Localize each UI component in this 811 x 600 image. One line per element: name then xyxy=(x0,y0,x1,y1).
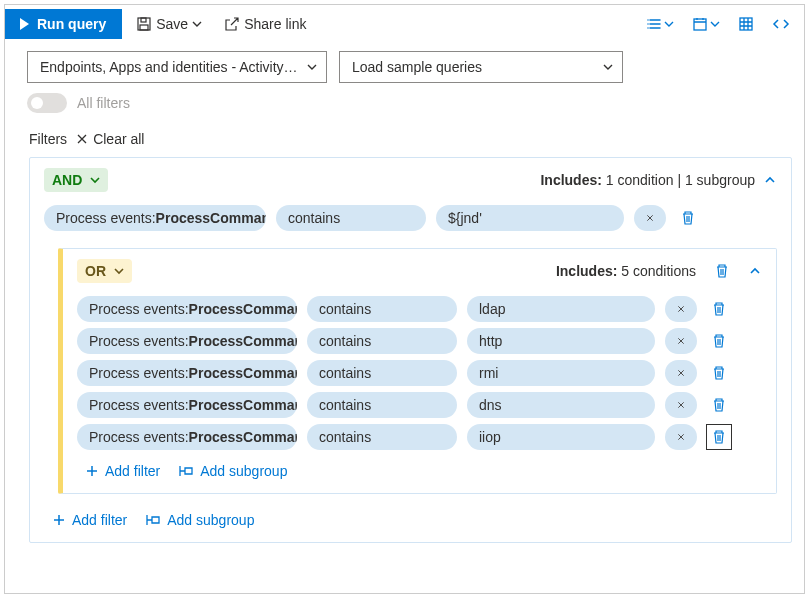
remove-filter-button[interactable] xyxy=(665,392,697,418)
subgroup-actions: Add filter Add subgroup xyxy=(77,453,762,479)
includes-summary: Includes: 1 condition | 1 subgroup xyxy=(540,172,755,188)
calendar-icon xyxy=(692,16,708,32)
plus-icon xyxy=(52,513,66,527)
field-pill[interactable]: Process events: ProcessComman… xyxy=(77,360,297,386)
plus-icon xyxy=(85,464,99,478)
add-filter-link[interactable]: Add filter xyxy=(85,463,160,479)
value-pill[interactable]: dns xyxy=(467,392,655,418)
trash-icon xyxy=(714,263,730,279)
chevron-down-icon xyxy=(664,19,674,29)
schema-button[interactable] xyxy=(732,12,760,36)
save-button[interactable]: Save xyxy=(128,10,210,38)
logic-and-select[interactable]: AND xyxy=(44,168,108,192)
svg-rect-3 xyxy=(694,19,706,30)
trash-icon xyxy=(711,429,727,445)
play-icon xyxy=(17,17,31,31)
close-icon xyxy=(677,399,685,411)
close-icon xyxy=(677,335,685,347)
delete-filter-button[interactable] xyxy=(707,425,731,449)
close-icon xyxy=(646,212,654,224)
remove-filter-button[interactable] xyxy=(634,205,666,231)
trash-icon xyxy=(680,210,696,226)
trash-icon xyxy=(711,365,727,381)
date-range-button[interactable] xyxy=(686,12,726,36)
delete-filter-button[interactable] xyxy=(707,297,731,321)
value-pill[interactable]: ldap xyxy=(467,296,655,322)
close-icon xyxy=(677,367,685,379)
clear-all-label: Clear all xyxy=(93,131,144,147)
add-subgroup-link[interactable]: Add subgroup xyxy=(178,463,287,479)
scope-select-value: Endpoints, Apps and identities - Activit… xyxy=(40,59,298,75)
value-pill[interactable]: ${jnd' xyxy=(436,205,624,231)
svg-rect-2 xyxy=(140,25,148,30)
delete-filter-button[interactable] xyxy=(676,206,700,230)
value-pill[interactable]: iiop xyxy=(467,424,655,450)
close-icon xyxy=(677,303,685,315)
sample-queries-value: Load sample queries xyxy=(352,59,482,75)
or-subgroup: OR Includes: 5 conditions Process events… xyxy=(58,248,777,494)
remove-filter-button[interactable] xyxy=(665,296,697,322)
close-icon xyxy=(677,431,685,443)
subgroup-icon xyxy=(145,513,161,527)
code-view-button[interactable] xyxy=(766,12,796,36)
all-filters-toggle[interactable] xyxy=(27,93,67,113)
chevron-down-icon xyxy=(114,266,124,276)
save-icon xyxy=(136,16,152,32)
remove-filter-button[interactable] xyxy=(665,360,697,386)
operator-pill[interactable]: contains xyxy=(276,205,426,231)
remove-filter-button[interactable] xyxy=(665,328,697,354)
share-link-button[interactable]: Share link xyxy=(216,10,314,38)
field-pill[interactable]: Process events: ProcessComman… xyxy=(77,424,297,450)
value-pill[interactable]: rmi xyxy=(467,360,655,386)
chevron-up-icon[interactable] xyxy=(748,264,762,278)
delete-filter-button[interactable] xyxy=(707,393,731,417)
operator-pill[interactable]: contains xyxy=(307,328,457,354)
field-pill[interactable]: Process events: ProcessComman… xyxy=(77,392,297,418)
operator-pill[interactable]: contains xyxy=(307,360,457,386)
delete-filter-button[interactable] xyxy=(707,329,731,353)
field-pill[interactable]: Process events: ProcessComman… xyxy=(77,296,297,322)
chevron-down-icon xyxy=(710,19,720,29)
filter-row: Process events: ProcessComman…containsld… xyxy=(77,293,762,325)
logic-or-label: OR xyxy=(85,263,106,279)
scope-select[interactable]: Endpoints, Apps and identities - Activit… xyxy=(27,51,327,83)
filter-row: Process events: ProcessComman…containsdn… xyxy=(77,389,762,421)
svg-rect-4 xyxy=(740,18,752,30)
code-icon xyxy=(772,16,790,32)
logic-and-label: AND xyxy=(52,172,82,188)
operator-pill[interactable]: contains xyxy=(307,392,457,418)
run-query-button[interactable]: Run query xyxy=(5,9,122,39)
share-icon xyxy=(224,16,240,32)
filter-row: Process events: ProcessComman…containsrm… xyxy=(77,357,762,389)
field-pill[interactable]: Process events: ProcessComman… xyxy=(77,328,297,354)
filter-row: Process events: ProcessComman…containsii… xyxy=(77,421,762,453)
operator-pill[interactable]: contains xyxy=(307,424,457,450)
delete-filter-button[interactable] xyxy=(707,361,731,385)
chevron-down-icon xyxy=(306,61,318,73)
field-pill[interactable]: Process events: ProcessComman… xyxy=(44,205,266,231)
trash-icon xyxy=(711,397,727,413)
toolbar: Run query Save Share link xyxy=(5,5,804,43)
all-filters-label: All filters xyxy=(77,95,130,111)
trash-icon xyxy=(711,301,727,317)
chevron-up-icon[interactable] xyxy=(763,173,777,187)
logic-or-select[interactable]: OR xyxy=(77,259,132,283)
clear-all-button[interactable]: Clear all xyxy=(75,131,144,147)
view-list-button[interactable] xyxy=(640,12,680,36)
chevron-down-icon xyxy=(192,19,202,29)
filter-row: Process events: ProcessComman…containsht… xyxy=(77,325,762,357)
add-filter-link[interactable]: Add filter xyxy=(52,512,127,528)
operator-pill[interactable]: contains xyxy=(307,296,457,322)
chevron-down-icon xyxy=(602,61,614,73)
run-query-label: Run query xyxy=(37,16,106,32)
sample-queries-select[interactable]: Load sample queries xyxy=(339,51,623,83)
share-label: Share link xyxy=(244,16,306,32)
close-icon xyxy=(75,132,89,146)
all-filters-row: All filters xyxy=(5,93,804,127)
value-pill[interactable]: http xyxy=(467,328,655,354)
and-group: AND Includes: 1 condition | 1 subgroup P… xyxy=(29,157,792,543)
remove-filter-button[interactable] xyxy=(665,424,697,450)
filters-header: Filters Clear all xyxy=(5,127,804,157)
add-subgroup-link[interactable]: Add subgroup xyxy=(145,512,254,528)
delete-subgroup-button[interactable] xyxy=(710,259,734,283)
